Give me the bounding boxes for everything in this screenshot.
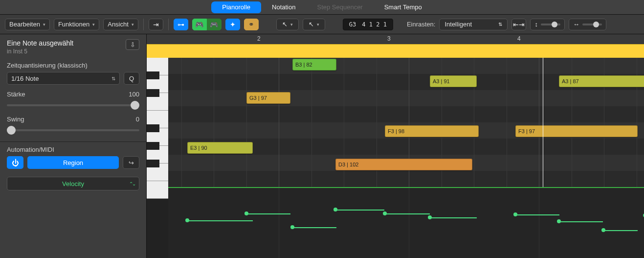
- velocity-line: [515, 214, 559, 215]
- tab-notation[interactable]: Notation: [261, 1, 306, 13]
- zoom-h-knob[interactable]: [593, 22, 599, 27]
- quantize-select[interactable]: 1/16 Note ⇅: [7, 72, 120, 85]
- midi-note[interactable]: A3 | 91: [430, 75, 477, 87]
- velocity-node[interactable]: [601, 228, 605, 232]
- velocity-node[interactable]: [290, 225, 294, 229]
- catalog-icon: ⇩: [130, 41, 135, 48]
- time-ruler[interactable]: 2345: [147, 34, 644, 58]
- midi-note[interactable]: A3 | 87: [559, 75, 644, 87]
- automation-label: Automation/MIDI: [0, 145, 146, 153]
- snap-toggle-button[interactable]: ⇤⇥: [511, 19, 526, 30]
- pointer-icon: ↖: [282, 21, 288, 28]
- collapse-icon: ⇥: [153, 21, 159, 28]
- zoom-horizontal[interactable]: ↔: [569, 19, 606, 30]
- selection-title: Eine Note ausgewählt: [7, 39, 73, 47]
- note-grid[interactable]: B3 | 82A3 | 91A3 | 87G3 | 97F3 | 98F3 | …: [168, 58, 644, 187]
- quantize-label: Zeitquantisierung (klassisch): [7, 62, 88, 69]
- piano-black-key[interactable]: [147, 124, 159, 132]
- velocity-line: [385, 213, 430, 214]
- link-icon: ⚭: [248, 21, 254, 28]
- ruler-bar-number: 2: [257, 35, 261, 42]
- playhead[interactable]: [543, 58, 543, 187]
- chevron-down-icon: ▾: [317, 22, 319, 27]
- midi-note[interactable]: F3 | 97: [515, 125, 638, 137]
- pianoroll-editor[interactable]: 2345 B3 | 82A3 | 91A3 | 87G3 | 97F3 | 98…: [147, 34, 644, 258]
- midi-note[interactable]: F3 | 98: [385, 125, 479, 137]
- piano-black-key[interactable]: [147, 160, 159, 167]
- automation-param-select[interactable]: Velocity: [7, 177, 139, 190]
- swing-value: 0: [136, 116, 139, 123]
- tab-pianoroll[interactable]: Pianorolle: [211, 1, 261, 13]
- midi-note[interactable]: B3 | 82: [292, 59, 336, 70]
- velocity-node[interactable]: [244, 211, 248, 215]
- tab-stepsequencer: Step Sequencer: [306, 1, 373, 13]
- toolbar-divider: [143, 19, 144, 30]
- sparkle-icon: ✦: [230, 21, 236, 28]
- midi-note[interactable]: G3 | 97: [246, 92, 290, 104]
- piano-keyboard[interactable]: [147, 58, 168, 258]
- velocity-line: [559, 221, 603, 222]
- piano-black-key[interactable]: [147, 71, 159, 79]
- ruler-bar-number: 4: [517, 35, 521, 42]
- strength-slider[interactable]: [7, 101, 139, 110]
- tab-smarttempo[interactable]: Smart Tempo: [374, 1, 433, 13]
- selection-sub: in Inst 5: [7, 48, 73, 55]
- midi-note[interactable]: E3 | 90: [187, 142, 253, 154]
- region-marker[interactable]: [147, 44, 644, 58]
- menu-view[interactable]: Ansicht▾: [103, 19, 138, 30]
- menu-edit[interactable]: Bearbeiten▾: [5, 19, 50, 30]
- controller-icon: 🎮: [210, 21, 218, 28]
- menu-view-label: Ansicht: [108, 21, 129, 28]
- strength-knob[interactable]: [131, 101, 139, 110]
- swing-label: Swing: [7, 116, 24, 123]
- velocity-node[interactable]: [428, 215, 432, 219]
- snap-value: Intelligent: [444, 21, 472, 28]
- chevron-down-icon: ▾: [92, 22, 95, 27]
- automation-region-button[interactable]: Region: [27, 156, 119, 169]
- velocity-node[interactable]: [333, 208, 337, 211]
- midi-out-b-button[interactable]: 🎮: [207, 19, 222, 30]
- quantize-apply-button[interactable]: Q: [124, 72, 139, 85]
- menu-functions[interactable]: Funktionen▾: [54, 19, 99, 30]
- share-icon: ↪: [129, 159, 134, 166]
- zoom-v-knob[interactable]: [552, 22, 557, 27]
- midi-in-icon: ⊶: [178, 21, 184, 28]
- lcd-note: G3: [349, 21, 356, 28]
- pointer-icon: ↖: [309, 21, 314, 28]
- snap-icon: ⇤⇥: [513, 21, 525, 28]
- zoom-vertical[interactable]: ↕: [530, 19, 565, 30]
- collapse-button[interactable]: ⇥: [149, 19, 163, 30]
- inspector-sidebar: Eine Note ausgewählt in Inst 5 ⇩ Zeitqua…: [0, 34, 147, 258]
- midi-note[interactable]: D3 | 102: [335, 159, 472, 170]
- velocity-node[interactable]: [513, 212, 517, 216]
- automation-power-button[interactable]: ⏻: [7, 156, 23, 169]
- velocity-node[interactable]: [185, 218, 189, 222]
- catalog-button[interactable]: ⇩: [126, 39, 139, 50]
- controller-icon: 🎮: [195, 21, 203, 28]
- automation-share-button[interactable]: ↪: [123, 156, 139, 169]
- pianoroll-toolbar: Bearbeiten▾ Funktionen▾ Ansicht▾ ⇥ ⊶ 🎮 🎮…: [0, 15, 644, 34]
- chevron-down-icon: ▾: [132, 22, 134, 27]
- snap-select[interactable]: Intelligent ⇅: [439, 19, 508, 30]
- swing-slider[interactable]: [7, 126, 139, 135]
- zoom-h-icon: ↔: [573, 21, 579, 28]
- velocity-line: [335, 210, 384, 211]
- velocity-line: [246, 213, 290, 214]
- velocity-line: [430, 217, 477, 218]
- midi-in-button[interactable]: ⊶: [174, 19, 188, 30]
- updown-icon: ⇅: [498, 22, 502, 27]
- link-button[interactable]: ⚭: [244, 19, 259, 30]
- velocity-node[interactable]: [383, 211, 387, 215]
- swing-knob[interactable]: [7, 126, 16, 135]
- piano-white-key[interactable]: [147, 181, 168, 199]
- piano-black-key[interactable]: [147, 89, 159, 97]
- menu-edit-label: Bearbeiten: [9, 21, 40, 28]
- piano-black-key[interactable]: [147, 142, 159, 150]
- tool-left[interactable]: ↖▾: [276, 19, 299, 30]
- velocity-lane[interactable]: [168, 187, 644, 258]
- catch-button[interactable]: ✦: [225, 19, 240, 30]
- velocity-node[interactable]: [557, 219, 561, 223]
- ruler-bar-number: 3: [387, 35, 391, 42]
- midi-out-a-button[interactable]: 🎮: [192, 19, 207, 30]
- tool-right[interactable]: ↖▾: [303, 19, 325, 30]
